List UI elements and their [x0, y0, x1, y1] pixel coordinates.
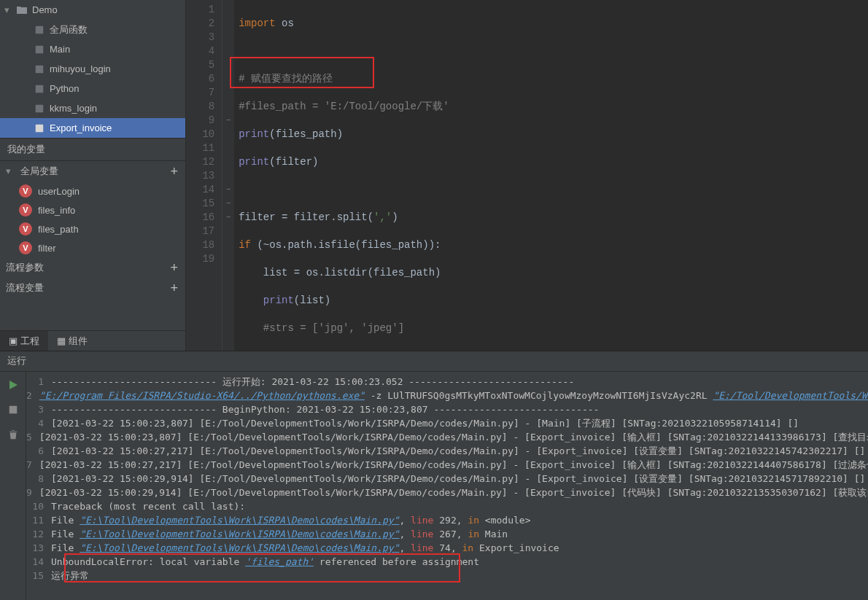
console-row: 15运行异常: [26, 569, 868, 583]
run-panel: 运行 1----------------------------- 运行开始: …: [0, 351, 868, 600]
console-line-number: 7: [26, 458, 39, 472]
project-tree: ▾ Demo 全局函数 Main mihuyou_login Python: [0, 0, 185, 138]
console-row: 4[2021-03-22 15:00:23,807] [E:/Tool/Deve…: [26, 416, 868, 430]
svg-rect-2: [36, 65, 44, 73]
sidebar: ▾ Demo 全局函数 Main mihuyou_login Python: [0, 0, 186, 351]
var-item-filespath[interactable]: V files_path: [0, 219, 185, 238]
tree-item-label: 全局函数: [50, 23, 88, 36]
console-row: 13 File "E:\Tool\DevelopmentTools\Work\I…: [26, 541, 868, 555]
sidebar-tabs: ▣ 工程 ▦ 组件: [0, 330, 185, 351]
add-flow-var-button[interactable]: +: [170, 282, 178, 294]
flow-params-label: 流程参数: [6, 261, 44, 274]
tab-project[interactable]: ▣ 工程: [0, 331, 48, 351]
flow-vars-header[interactable]: 流程变量 +: [0, 278, 185, 298]
var-item-filter[interactable]: V filter: [0, 238, 185, 257]
tree-root-label: Demo: [32, 4, 58, 15]
code-editor[interactable]: 1 2 3 4 5 6 7 8 9 10 11 12 13 14 15 16 1…: [186, 0, 868, 351]
tab-component[interactable]: ▦ 组件: [48, 331, 96, 351]
tree-item-mihuyou[interactable]: mihuyou_login: [0, 59, 185, 79]
svg-rect-0: [36, 26, 44, 34]
console-text: File "E:\Tool\DevelopmentTools\Work\ISRP…: [51, 541, 868, 555]
tree-item-label: Python: [50, 83, 79, 94]
myvars-header: 我的变量: [0, 138, 185, 161]
code-token: print: [239, 128, 269, 140]
run-trash-button[interactable]: [6, 427, 20, 442]
console-row: 14UnboundLocalError: local variable 'fil…: [26, 555, 868, 569]
console-line-number: 8: [26, 472, 51, 486]
var-label: files_path: [38, 224, 79, 235]
code-token: [239, 295, 263, 306]
console-text: ----------------------------- BeginPytho…: [51, 402, 868, 416]
console-text: [2021-03-22 15:00:27,217] [E:/Tool/Devel…: [51, 444, 868, 458]
code-token: (files_path): [269, 128, 343, 140]
console-line-number: 14: [26, 555, 51, 569]
code-token: files = []: [239, 350, 325, 351]
var-badge-icon: V: [19, 241, 32, 254]
tree-item-global-func[interactable]: 全局函数: [0, 20, 185, 39]
code-token: import: [239, 17, 275, 29]
var-label: filter: [38, 243, 56, 254]
svg-rect-1: [36, 45, 44, 53]
console-row: 9[2021-03-22 15:00:29,914] [E:/Tool/Deve…: [26, 486, 868, 499]
console-text: ----------------------------- 运行开始: 2021…: [51, 375, 868, 389]
code-token: if: [239, 239, 257, 251]
global-vars-header[interactable]: ▾ 全局变量 +: [0, 161, 185, 182]
console-row: 3----------------------------- BeginPyth…: [26, 402, 868, 416]
var-badge-icon: V: [19, 222, 32, 235]
var-label: files_info: [38, 205, 75, 216]
tree-item-main[interactable]: Main: [0, 39, 185, 59]
fold-gutter: − − − −: [222, 0, 234, 351]
console-text: [2021-03-22 15:00:27,217] [E:/Tool/Devel…: [39, 458, 868, 472]
line-gutter: 1 2 3 4 5 6 7 8 9 10 11 12 13 14 15 16 1…: [186, 0, 222, 351]
code-content[interactable]: import os # 赋值要查找的路径 #files_path = 'E:/T…: [234, 0, 868, 351]
code-token: (filter): [269, 156, 318, 168]
file-icon: [34, 122, 45, 134]
code-token: ): [392, 211, 398, 223]
console-row: 10Traceback (most recent call last):: [26, 499, 868, 513]
code-token: list = os.listdir(files_path): [239, 267, 441, 278]
console-row: 12 File "E:\Tool\DevelopmentTools\Work\I…: [26, 527, 868, 541]
console-row: 8[2021-03-22 15:00:29,914] [E:/Tool/Deve…: [26, 472, 868, 486]
code-token: ',': [373, 211, 392, 223]
file-icon: [34, 83, 45, 95]
tree-item-export-invoice[interactable]: Export_invoice: [0, 118, 185, 138]
code-token: # 赋值要查找的路径: [239, 73, 333, 85]
tree-item-python[interactable]: Python: [0, 79, 185, 98]
console-text: [2021-03-22 15:00:29,914] [E:/Tool/Devel…: [39, 486, 868, 499]
var-item-filesinfo[interactable]: V files_info: [0, 200, 185, 219]
tree-item-label: Main: [50, 44, 70, 55]
console-line-number: 5: [26, 430, 39, 444]
console-line-number: 11: [26, 513, 51, 527]
flow-params-header[interactable]: 流程参数 +: [0, 257, 185, 278]
add-flow-param-button[interactable]: +: [170, 262, 178, 273]
add-global-var-button[interactable]: +: [170, 165, 178, 177]
svg-rect-6: [9, 406, 17, 414]
console-line-number: 13: [26, 541, 51, 555]
run-play-button[interactable]: [6, 378, 20, 392]
console-line-number: 12: [26, 527, 51, 541]
chevron-down-icon: ▾: [4, 4, 13, 15]
svg-rect-4: [36, 104, 44, 112]
tree-item-label: Export_invoice: [50, 122, 112, 133]
svg-rect-5: [36, 124, 44, 132]
console-row: 2"E:/Program Files/ISRPA/Studio-X64/../P…: [26, 389, 868, 402]
run-stop-button[interactable]: [6, 402, 20, 417]
var-item-userlogin[interactable]: V userLogin: [0, 182, 185, 200]
console-line-number: 2: [26, 389, 39, 402]
console-line-number: 9: [26, 486, 39, 499]
console-output[interactable]: 1----------------------------- 运行开始: 202…: [26, 372, 868, 600]
tree-item-kkms[interactable]: kkms_login: [0, 98, 185, 118]
file-icon: [34, 63, 45, 75]
tab-label: 工程: [20, 335, 39, 348]
file-icon: [34, 44, 45, 55]
tree-root-demo[interactable]: ▾ Demo: [0, 0, 185, 20]
chevron-down-icon: ▾: [6, 165, 15, 176]
console-text: [2021-03-22 15:00:23,807] [E:/Tool/Devel…: [51, 416, 868, 430]
code-token: os: [276, 17, 294, 29]
var-badge-icon: V: [19, 203, 32, 217]
global-vars-label: 全局变量: [20, 165, 58, 176]
tree-item-label: kkms_login: [50, 103, 97, 114]
console-text: [2021-03-22 15:00:29,914] [E:/Tool/Devel…: [51, 472, 868, 486]
console-text: File "E:\Tool\DevelopmentTools\Work\ISRP…: [51, 527, 868, 541]
svg-rect-3: [36, 85, 44, 93]
